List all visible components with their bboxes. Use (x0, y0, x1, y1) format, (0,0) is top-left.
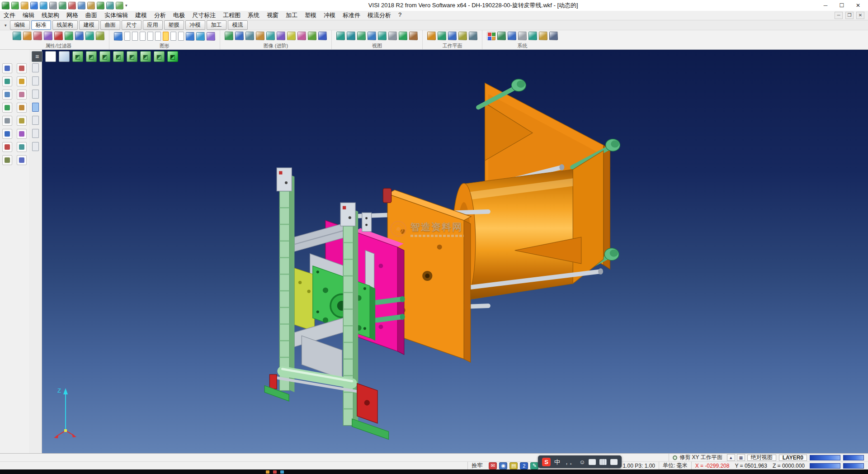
layer-filter-icon[interactable] (75, 32, 84, 40)
ime-keyboard-icon[interactable] (599, 459, 607, 465)
zoom-window-icon[interactable] (347, 32, 355, 40)
macro-icon[interactable] (539, 32, 547, 40)
filter-icon[interactable] (23, 32, 32, 40)
cut-icon[interactable] (68, 2, 76, 9)
sogou-logo-icon[interactable]: S (542, 458, 551, 466)
menu-item-尺寸标注[interactable]: 尺寸标注 (189, 11, 219, 19)
workplane-xy-icon[interactable] (427, 32, 436, 40)
section-view-icon[interactable] (318, 32, 327, 40)
redraw-icon[interactable] (409, 32, 418, 40)
move-icon[interactable] (2, 90, 12, 100)
previous-view-icon[interactable] (399, 32, 407, 40)
database-icon[interactable] (528, 32, 537, 40)
menu-item-?[interactable]: ? (395, 11, 405, 19)
ime-mic-icon[interactable] (589, 459, 596, 465)
options-icon[interactable] (549, 32, 558, 40)
menu-item-电极[interactable]: 电极 (170, 11, 189, 19)
ime-toolbox-icon[interactable] (610, 459, 618, 465)
view-cube-bottom-icon[interactable]: ◩ (140, 51, 151, 62)
pan-icon[interactable] (357, 32, 366, 40)
tab-dropdown-icon[interactable]: ▾ (3, 23, 9, 28)
attributes-icon[interactable] (13, 32, 21, 40)
viewbar-shaded-icon[interactable] (59, 51, 70, 62)
viewbar-menu-icon[interactable]: ≡ (32, 51, 42, 62)
camera-icon[interactable] (277, 32, 285, 40)
copy-attributes-icon[interactable] (85, 32, 94, 40)
rotate-icon[interactable] (2, 103, 12, 113)
menu-item-建模[interactable]: 建模 (132, 11, 151, 19)
graphics-slot-4-icon[interactable] (147, 32, 153, 41)
menu-item-网格[interactable]: 网格 (63, 11, 82, 19)
copy-icon[interactable] (78, 2, 85, 9)
color-select-icon[interactable] (65, 32, 73, 40)
graphics-slot-active-icon[interactable] (163, 32, 169, 41)
lighting-icon[interactable] (287, 32, 296, 40)
flag-icon[interactable] (2, 142, 12, 152)
graphics-refresh-icon[interactable] (207, 32, 215, 41)
mdi-close-button[interactable]: ✕ (856, 12, 864, 19)
menu-item-系统[interactable]: 系统 (244, 11, 263, 19)
app-icon[interactable] (2, 2, 9, 9)
tab-模流[interactable]: 模流 (228, 20, 248, 30)
menu-item-工程图[interactable]: 工程图 (219, 11, 244, 19)
close-button[interactable]: ✕ (850, 0, 866, 10)
rotate-view-icon[interactable] (368, 32, 376, 40)
viewport-3d-model[interactable] (42, 50, 868, 453)
view-cube-left-icon[interactable]: ◩ (99, 51, 110, 62)
graphics-slot-5-icon[interactable] (155, 32, 161, 41)
graphics-slot-6-icon[interactable] (170, 32, 176, 41)
doc-item-1[interactable] (32, 63, 39, 72)
system-apps-icon[interactable] (487, 32, 495, 40)
up-arrow-icon[interactable]: ▲ (727, 454, 735, 461)
menu-item-视窗[interactable]: 视窗 (263, 11, 282, 19)
layer-cell[interactable]: LAYER0 (779, 455, 807, 461)
viewbar-wireframe-icon[interactable] (45, 51, 56, 62)
workplane-align-icon[interactable] (438, 32, 446, 40)
menu-item-文件[interactable]: 文件 (0, 11, 19, 19)
tab-曲面[interactable]: 曲面 (100, 20, 120, 30)
taskbar-icon-3[interactable] (280, 470, 284, 474)
graphics-slot-3-icon[interactable] (140, 32, 146, 41)
trim-icon[interactable] (17, 63, 27, 73)
doc-item-4[interactable] (32, 103, 39, 112)
sketch-icon[interactable] (17, 76, 27, 86)
graphics-view-icon[interactable] (196, 32, 205, 41)
magnet-icon[interactable] (44, 32, 52, 40)
mdi-minimize-button[interactable]: ─ (835, 12, 843, 19)
front-view-icon[interactable] (378, 32, 387, 40)
doc-item-6[interactable] (32, 129, 39, 138)
mdi-restore-button[interactable]: ❐ (845, 12, 854, 19)
render-wireframe-icon[interactable] (235, 32, 244, 40)
ime-lang-toggle[interactable]: 中 (554, 459, 560, 465)
macro-record-icon[interactable] (2, 155, 12, 165)
menu-item-标准件[interactable]: 标准件 (339, 11, 364, 19)
tab-尺寸[interactable]: 尺寸 (122, 20, 142, 30)
menu-item-分析[interactable]: 分析 (151, 11, 170, 19)
annotate-icon[interactable]: ✎ (530, 462, 538, 469)
hidden-line-icon[interactable] (245, 32, 254, 40)
graphics-list-icon[interactable] (114, 32, 123, 41)
open-file-icon[interactable] (21, 2, 28, 9)
erase-attributes-icon[interactable] (33, 32, 42, 40)
select-icon[interactable] (2, 63, 12, 73)
menu-item-塑模[interactable]: 塑模 (301, 11, 320, 19)
notes-icon[interactable]: ▤ (509, 462, 518, 469)
view-cube-top-icon[interactable]: ◩ (127, 51, 137, 62)
print-preview-icon[interactable] (2, 116, 12, 126)
maximize-button[interactable]: ☐ (834, 0, 850, 10)
texture-icon[interactable] (266, 32, 275, 40)
help-icon[interactable] (17, 155, 27, 165)
ime-emoji-button[interactable]: ☺ (579, 459, 585, 465)
view-cube-iso2-icon[interactable]: ◩ (167, 51, 178, 62)
workplane-reset-icon[interactable] (469, 32, 477, 40)
view-mode-cell[interactable]: 绝对视图 (747, 455, 776, 461)
print-icon[interactable] (49, 2, 57, 9)
graphics-slot-2-icon[interactable] (132, 32, 138, 41)
zoom-fit-icon[interactable] (336, 32, 345, 40)
pin-icon[interactable] (54, 32, 63, 40)
menu-item-线架构[interactable]: 线架构 (38, 11, 63, 19)
workplane-rotate-icon[interactable] (458, 32, 467, 40)
tab-编辑[interactable]: 编辑 (10, 20, 30, 30)
tab-加工[interactable]: 加工 (207, 20, 226, 30)
network-icon[interactable]: ◉ (499, 462, 507, 469)
